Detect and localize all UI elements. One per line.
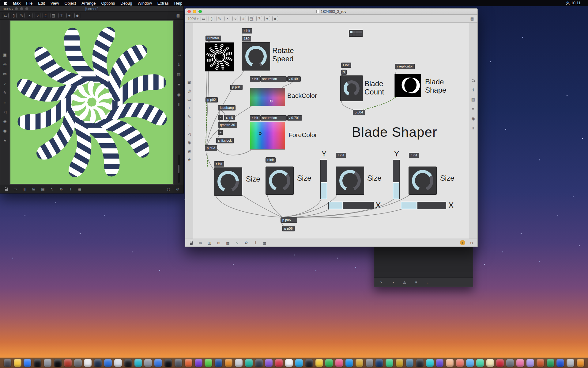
mixer-icon[interactable]: ‖ <box>253 240 258 245</box>
subpatcher-p05[interactable]: p p05 <box>281 217 297 223</box>
dock-icon-23[interactable] <box>225 359 232 367</box>
clock-icon[interactable]: ◑ <box>390 280 396 285</box>
size-dial-4[interactable] <box>409 167 437 195</box>
size-dial-3[interactable] <box>336 167 364 195</box>
send-jitclock-object[interactable]: s jit.clock <box>216 138 234 143</box>
dock-icon-44[interactable] <box>436 359 443 367</box>
files-icon[interactable]: ✎ <box>2 90 8 96</box>
grid-icon[interactable]: ▦ <box>40 187 46 192</box>
dock-icon-14[interactable] <box>134 359 142 367</box>
receive-init-object[interactable]: r init <box>214 161 224 167</box>
panes-icon[interactable]: ▥ <box>175 71 182 77</box>
subpatcher-p02[interactable]: p p02 <box>205 97 218 102</box>
mixer-icon[interactable]: ‖ <box>68 187 73 192</box>
object-icon[interactable]: ▭ <box>201 16 206 21</box>
y-slider-2[interactable] <box>393 160 400 199</box>
search-icon[interactable] <box>175 51 182 57</box>
qmetro-object[interactable]: qmetro 30 <box>218 122 237 128</box>
ui-icon[interactable]: ▭ <box>187 97 192 102</box>
toggle-object[interactable]: × <box>218 115 223 120</box>
message-130[interactable]: 130 <box>242 36 251 41</box>
button-icon[interactable]: ○ <box>232 16 238 21</box>
matrix-icon[interactable]: ▦ <box>262 240 267 245</box>
dock-icon-52[interactable] <box>516 359 524 367</box>
dock-icon-5[interactable] <box>44 359 51 367</box>
dock-icon-9[interactable] <box>84 359 92 367</box>
receive-init-object[interactable]: r init <box>336 153 346 158</box>
menu-debug[interactable]: Debug <box>120 1 132 6</box>
favorites-icon[interactable]: ★ <box>187 157 192 162</box>
dock-icon-28[interactable] <box>275 359 283 367</box>
dock-icon-13[interactable] <box>124 359 132 367</box>
list-icon[interactable]: ≡ <box>175 81 182 87</box>
dock-icon-41[interactable] <box>406 359 413 367</box>
swatch-cursor[interactable] <box>259 132 262 135</box>
audio-icon[interactable]: ♪ <box>2 80 8 86</box>
dock-icon-33[interactable] <box>325 359 333 367</box>
back-saturation-value[interactable]: 0.49 <box>287 76 301 82</box>
button-icon[interactable]: ○ <box>35 13 40 18</box>
number-icon[interactable]: # <box>240 16 246 21</box>
dock-icon-36[interactable] <box>356 359 363 367</box>
toggle-icon[interactable]: × <box>27 13 32 18</box>
dock-icon-35[interactable] <box>345 359 353 367</box>
dock-icon-10[interactable] <box>94 359 102 367</box>
dock-icon-30[interactable] <box>295 359 303 367</box>
dock-icon-43[interactable] <box>426 359 434 367</box>
capture-icon[interactable]: ◉ <box>2 128 8 134</box>
dock-icon-7[interactable] <box>64 359 72 367</box>
clock[interactable]: 火 10:11 <box>566 0 581 6</box>
patcher-canvas[interactable]: r rotator <box>193 23 469 239</box>
list-icon[interactable]: ≡ <box>470 106 476 111</box>
monitor-icon[interactable]: ◉ <box>187 140 192 145</box>
run-icon[interactable]: ▸ <box>460 240 465 245</box>
menu-arrange[interactable]: Arrange <box>81 1 96 6</box>
menu-help[interactable]: Help <box>174 1 183 6</box>
dock-icon-55[interactable] <box>547 359 554 367</box>
bang-button-object[interactable] <box>218 130 223 135</box>
object-icon[interactable]: ▭ <box>3 13 9 18</box>
duplicate-icon[interactable]: ⊞ <box>31 187 36 192</box>
add-icon[interactable]: + <box>264 16 270 21</box>
routing-icon[interactable]: ↔ <box>187 123 192 128</box>
apple-menu-icon[interactable] <box>3 1 7 6</box>
console-window[interactable]: ×◑⚠≡← <box>374 242 473 287</box>
subpatcher-p04[interactable]: p p04 <box>353 110 365 115</box>
receive-init-object[interactable]: r init <box>266 157 276 163</box>
inspector-icon[interactable]: ℹ <box>470 87 476 92</box>
jitter-icon[interactable]: ◎ <box>2 61 8 67</box>
receive-init-object[interactable]: r init <box>242 28 252 33</box>
zoom-slider[interactable] <box>178 155 180 183</box>
mixer-icon[interactable]: ‖ <box>470 125 476 130</box>
dock-icon-12[interactable] <box>114 359 122 367</box>
jitter-display-canvas[interactable] <box>9 20 174 185</box>
dock-icon-29[interactable] <box>285 359 293 367</box>
dock-icon-32[interactable] <box>315 359 323 367</box>
receive-replicator-object[interactable]: r replicator <box>395 64 415 69</box>
menu-object[interactable]: Object <box>65 1 76 6</box>
send-init-object[interactable]: s init <box>224 115 235 120</box>
patcher-titlebar[interactable]: 1824083_3_rev <box>185 9 477 15</box>
warning-icon[interactable]: ⚠ <box>402 280 407 285</box>
receive-init-object[interactable]: r init <box>341 63 351 68</box>
dock-icon-6[interactable] <box>54 359 62 367</box>
backcolor-swatch[interactable] <box>250 88 285 106</box>
subpatcher-p01[interactable]: p p01 <box>230 85 243 90</box>
menu-extras[interactable]: Extras <box>157 1 169 6</box>
zoom-dropdown[interactable]: 100% <box>188 17 198 21</box>
tools-icon[interactable]: ⚙ <box>243 240 249 245</box>
receive-init-object[interactable]: r init <box>250 115 260 121</box>
message-9[interactable]: 9 <box>341 70 347 75</box>
screen-window-titlebar[interactable]: 100% [screen] <box>0 6 183 12</box>
cords-icon[interactable]: ∿ <box>49 187 55 192</box>
menu-options[interactable]: Options <box>101 1 115 6</box>
ui-icon[interactable]: ▭ <box>2 71 8 77</box>
dock-icon-18[interactable] <box>175 359 182 367</box>
comment-icon[interactable]: ✎ <box>19 13 24 18</box>
subpatcher-p03[interactable]: p p03 <box>205 145 217 151</box>
presentation-icon[interactable]: ◫ <box>207 240 212 245</box>
x-slider-1[interactable] <box>328 202 374 209</box>
dock-icon-34[interactable] <box>335 359 343 367</box>
power-icon[interactable]: ⊙ <box>469 240 474 245</box>
speaker-icon[interactable]: ◁ <box>2 109 8 115</box>
